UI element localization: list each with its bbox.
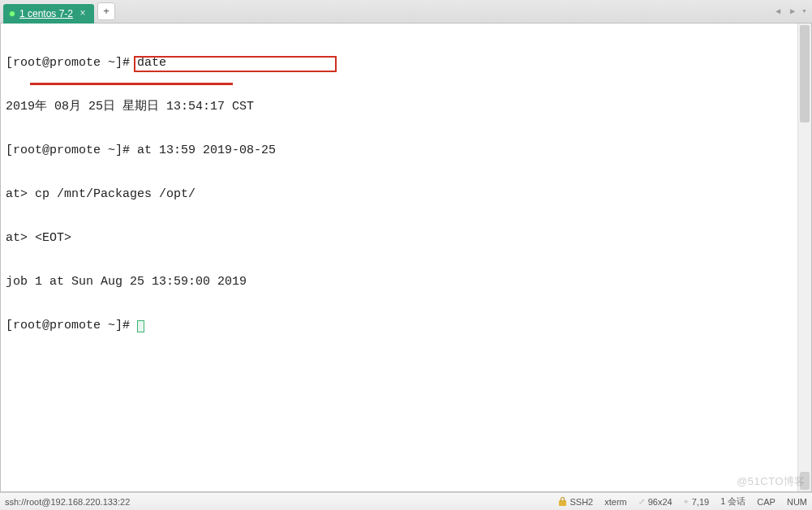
cursor-icon [137, 320, 144, 332]
status-num: NUM [787, 497, 807, 507]
lock-icon [559, 497, 566, 506]
terminal-line: at> <EOT> [6, 231, 793, 246]
status-term: xterm [604, 497, 627, 507]
terminal-line: 2019年 08月 25日 星期日 13:54:17 CST [6, 100, 793, 114]
prev-tab-icon[interactable]: ◄ [772, 5, 784, 17]
terminal-line: at> cp /mnt/Packages /opt/ [6, 187, 793, 202]
terminal-container: [root@promote ~]# date 2019年 08月 25日 星期日… [0, 24, 812, 492]
vertical-scrollbar[interactable] [797, 24, 811, 491]
scrollbar-thumb-bottom[interactable] [800, 472, 810, 490]
status-sessions: 1 会话 ▲ [720, 495, 745, 508]
status-size: ⤢ 96x24 [638, 497, 672, 507]
status-cap: CAP [757, 497, 775, 507]
terminal-line: job 1 at Sun Aug 25 13:59:00 2019 [6, 275, 793, 289]
cursor-position-icon: ⌖ [684, 497, 689, 507]
terminal[interactable]: [root@promote ~]# date 2019年 08月 25日 星期日… [1, 24, 797, 491]
status-connection: ssh://root@192.168.220.133:22 [5, 497, 548, 507]
terminal-line: [root@promote ~]# [6, 319, 793, 333]
connection-status-icon [10, 11, 15, 16]
next-tab-icon[interactable]: ► [787, 5, 798, 17]
chevron-up-icon[interactable]: ▲ [728, 499, 736, 507]
status-ssh: SSH2 [559, 497, 593, 507]
tab-dropdown-icon[interactable]: ▼ [801, 8, 807, 14]
status-bar: ssh://root@192.168.220.133:22 SSH2 xterm… [0, 492, 812, 510]
annotation-underline [30, 83, 233, 85]
resize-icon: ⤢ [638, 497, 645, 506]
tab-session[interactable]: 1 centos 7-2 × [3, 4, 94, 24]
tab-bar: 1 centos 7-2 × + ◄ ► ▼ [0, 0, 812, 24]
terminal-line: [root@promote ~]# at 13:59 2019-08-25 [6, 144, 793, 158]
close-icon[interactable]: × [78, 9, 88, 19]
terminal-line: [root@promote ~]# date [6, 56, 793, 71]
status-position: ⌖ 7,19 [684, 497, 709, 507]
new-tab-button[interactable]: + [97, 2, 115, 20]
tab-label: 1 centos 7-2 [19, 8, 73, 19]
tab-navigation: ◄ ► ▼ [772, 5, 807, 17]
scrollbar-thumb[interactable] [800, 25, 810, 122]
